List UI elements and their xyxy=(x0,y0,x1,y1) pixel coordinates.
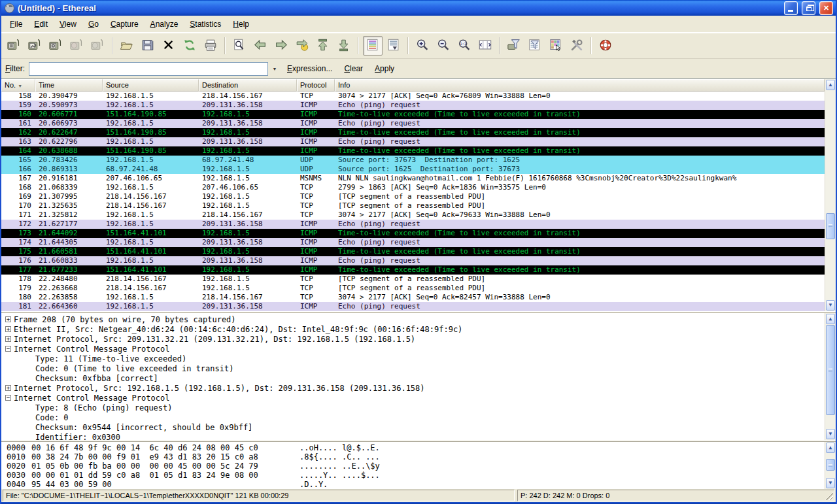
close-button[interactable]: ✕ xyxy=(819,1,833,15)
minimize-button[interactable] xyxy=(784,1,798,15)
detail-line[interactable]: −Internet Control Message Protocol xyxy=(1,344,836,354)
hex-line[interactable]: 004095 44 03 00 59 00.D..Y. xyxy=(1,480,836,489)
capture-options-button[interactable] xyxy=(26,36,45,56)
packet-row[interactable]: 17321.644092151.164.41.101192.168.1.5ICM… xyxy=(1,229,836,238)
scroll-down-icon[interactable]: ▼ xyxy=(826,429,835,439)
menu-help[interactable]: Help xyxy=(227,17,255,31)
packet-row[interactable]: 16921.307995218.14.156.167192.168.1.5TCP… xyxy=(1,192,836,201)
packet-row[interactable]: 16620.86931368.97.241.48192.168.1.5UDPSo… xyxy=(1,165,836,174)
column-header-protocol[interactable]: Protocol xyxy=(297,79,335,92)
detail-line[interactable]: Identifier: 0x0300 xyxy=(1,432,836,440)
filter-dropdown-button[interactable]: ▼ xyxy=(269,62,280,76)
open-button[interactable] xyxy=(117,36,137,56)
column-header-info[interactable]: Info xyxy=(335,79,825,92)
scroll-thumb[interactable] xyxy=(826,325,835,415)
detail-line[interactable]: −Internet Control Message Protocol xyxy=(1,393,836,403)
packet-row[interactable]: 16520.783426192.168.1.568.97.241.48UDPSo… xyxy=(1,156,836,165)
detail-line[interactable]: +Ethernet II, Src: Netgear_40:d6:24 (00:… xyxy=(1,324,836,334)
scroll-thumb[interactable] xyxy=(826,213,835,239)
scroll-up-icon[interactable]: ▲ xyxy=(826,443,835,453)
menu-view[interactable]: View xyxy=(54,17,82,31)
menu-file[interactable]: File xyxy=(4,17,28,31)
scroll-up-icon[interactable]: ▲ xyxy=(826,314,835,324)
go-back-button[interactable] xyxy=(250,36,270,56)
packet-list-scrollbar[interactable]: ▲ ▼ xyxy=(825,79,836,311)
titlebar[interactable]: (Untitled) - Ethereal ✕ xyxy=(1,0,836,16)
menu-analyze[interactable]: Analyze xyxy=(145,17,184,31)
go-top-button[interactable] xyxy=(313,36,333,56)
scroll-up-icon[interactable]: ▲ xyxy=(826,80,835,90)
packet-row[interactable]: 17221.627177192.168.1.5209.131.36.158ICM… xyxy=(1,220,836,229)
detail-line[interactable]: Checksum: 0x9544 [incorrect, should be 0… xyxy=(1,422,836,432)
expand-icon[interactable]: + xyxy=(5,336,11,342)
autoscroll-button[interactable] xyxy=(384,36,403,56)
resize-grip[interactable] xyxy=(825,492,833,500)
help-button[interactable] xyxy=(596,36,615,56)
collapse-icon[interactable]: − xyxy=(5,346,11,352)
collapse-icon[interactable]: − xyxy=(5,395,11,401)
interfaces-button[interactable] xyxy=(5,36,24,56)
packet-row[interactable]: 16320.622796192.168.1.5209.131.36.158ICM… xyxy=(1,137,836,146)
go-to-packet-button[interactable] xyxy=(292,36,312,56)
hex-line[interactable]: 001000 38 24 7b 00 00 f9 01 e9 43 d1 83 … xyxy=(1,452,836,462)
details-scrollbar[interactable]: ▲ ▼ xyxy=(825,313,836,440)
menu-statistics[interactable]: Statistics xyxy=(184,17,227,31)
detail-line[interactable]: +Internet Protocol, Src: 192.168.1.5 (19… xyxy=(1,383,836,393)
zoom-100-button[interactable]: 1:1 xyxy=(454,36,474,56)
menu-edit[interactable]: Edit xyxy=(28,17,54,31)
zoom-out-button[interactable] xyxy=(434,36,453,56)
save-button[interactable] xyxy=(138,36,158,56)
column-header-destination[interactable]: Destination xyxy=(199,79,297,92)
go-forward-button[interactable] xyxy=(271,36,291,56)
packet-row[interactable]: 17822.248480218.14.156.167192.168.1.5TCP… xyxy=(1,275,836,284)
scroll-thumb[interactable] xyxy=(826,459,835,471)
packet-row[interactable]: 17021.325635218.14.156.167192.168.1.5TCP… xyxy=(1,201,836,210)
colorize-button[interactable] xyxy=(363,36,383,56)
expand-icon[interactable]: + xyxy=(5,326,11,332)
detail-line[interactable]: +Internet Protocol, Src: 209.131.32.21 (… xyxy=(1,334,836,344)
packet-row[interactable]: 18022.263858192.168.1.5218.14.156.167TCP… xyxy=(1,293,836,302)
detail-line[interactable]: Type: 8 (Echo (ping) request) xyxy=(1,403,836,412)
detail-line[interactable]: Code: 0 (Time to live exceeded in transi… xyxy=(1,363,836,373)
reload-button[interactable] xyxy=(180,36,199,56)
find-button[interactable] xyxy=(230,36,249,56)
go-bottom-button[interactable] xyxy=(334,36,354,56)
column-header-time[interactable]: Time xyxy=(35,79,103,92)
hex-scrollbar[interactable]: ▲ ▼ xyxy=(825,442,836,489)
coloring-rules-button[interactable] xyxy=(546,36,566,56)
packet-row[interactable]: 16821.068339192.168.1.5207.46.106.65TCP2… xyxy=(1,183,836,192)
packet-row[interactable]: 15820.390479192.168.1.5218.14.156.167TCP… xyxy=(1,92,836,101)
scroll-down-icon[interactable]: ▼ xyxy=(826,478,835,488)
display-filter-button[interactable] xyxy=(525,36,545,56)
print-button[interactable] xyxy=(201,36,220,56)
capture-restart-button[interactable] xyxy=(88,36,108,56)
preferences-button[interactable] xyxy=(567,36,587,56)
packet-row[interactable]: 16220.622647151.164.190.85192.168.1.5ICM… xyxy=(1,128,836,137)
packet-row[interactable]: 16120.606973192.168.1.5209.131.36.158ICM… xyxy=(1,119,836,128)
packet-row[interactable]: 18122.664360192.168.1.5209.131.36.158ICM… xyxy=(1,302,836,311)
hex-line[interactable]: 003000 00 01 01 dd 59 c0 a8 01 05 d1 83 … xyxy=(1,471,836,480)
capture-filter-button[interactable] xyxy=(504,36,524,56)
capture-start-button[interactable] xyxy=(46,36,66,56)
column-header-no[interactable]: No.▼ xyxy=(1,79,35,92)
menu-capture[interactable]: Capture xyxy=(105,17,145,31)
packet-row[interactable]: 16720.916181207.46.106.65192.168.1.5MSNM… xyxy=(1,174,836,183)
packet-row[interactable]: 17621.660833192.168.1.5209.131.36.158ICM… xyxy=(1,256,836,265)
resize-columns-button[interactable] xyxy=(475,36,495,56)
filter-input[interactable] xyxy=(29,62,268,76)
detail-line[interactable]: Code: 0 xyxy=(1,412,836,422)
expression-button[interactable]: Expression... xyxy=(281,61,338,76)
packet-row[interactable]: 15920.590973192.168.1.5209.131.36.158ICM… xyxy=(1,101,836,110)
capture-stop-button[interactable] xyxy=(67,36,87,56)
hex-line[interactable]: 000000 16 6f 48 9f 9c 00 14 6c 40 d6 24 … xyxy=(1,443,836,452)
expand-icon[interactable]: + xyxy=(5,316,11,322)
packet-row[interactable]: 17121.325812192.168.1.5218.14.156.167TCP… xyxy=(1,210,836,220)
column-header-source[interactable]: Source xyxy=(103,79,199,92)
expand-icon[interactable]: + xyxy=(5,385,11,391)
packet-row[interactable]: 16020.606771151.164.190.85192.168.1.5ICM… xyxy=(1,110,836,119)
restore-button[interactable] xyxy=(802,1,815,15)
hex-line[interactable]: 002001 05 0b 00 fb ba 00 00 00 00 45 00 … xyxy=(1,462,836,471)
packet-row[interactable]: 16420.638688151.164.190.85192.168.1.5ICM… xyxy=(1,146,836,156)
clear-button[interactable]: Clear xyxy=(338,61,369,76)
packet-row[interactable]: 17721.677233151.164.41.101192.168.1.5ICM… xyxy=(1,265,836,275)
